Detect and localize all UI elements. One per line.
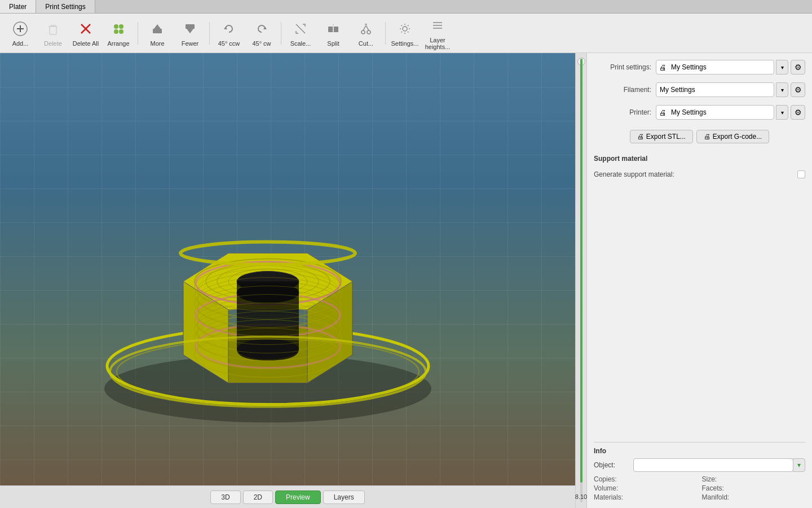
nut-3d-model — [70, 112, 465, 440]
printer-gear[interactable]: ⚙ — [791, 105, 805, 120]
svg-point-12 — [114, 29, 118, 34]
export-stl-icon: 🖨 — [637, 133, 644, 141]
printer-dropdown[interactable]: ▾ — [776, 105, 788, 120]
manifold-item: Manifold: — [702, 493, 806, 501]
svg-point-25 — [367, 30, 370, 34]
size-item: Size: — [702, 475, 806, 483]
settings-icon — [396, 20, 414, 38]
svg-line-20 — [296, 24, 305, 33]
svg-line-27 — [366, 25, 369, 30]
svg-rect-22 — [334, 27, 338, 32]
info-section: Info Object: ▾ Copies: Size: Volume — [594, 442, 805, 501]
svg-marker-17 — [187, 29, 193, 33]
sep1 — [138, 22, 138, 45]
svg-rect-21 — [328, 27, 333, 32]
settings-button[interactable]: Settings... — [389, 16, 421, 50]
tab-plater[interactable]: Plater — [0, 0, 36, 13]
svg-rect-3 — [50, 27, 56, 34]
arrange-button[interactable]: Arrange — [103, 16, 134, 50]
svg-point-53 — [237, 339, 299, 360]
fewer-button[interactable]: Fewer — [174, 16, 206, 50]
generate-support-checkbox[interactable] — [797, 170, 805, 178]
spacer — [594, 183, 805, 437]
view-layers-button[interactable]: Layers — [323, 491, 365, 504]
printer-row: Printer: 🖨 My Settings ▾ ⚙ — [594, 105, 805, 120]
arrange-icon — [109, 20, 127, 38]
print-settings-dropdown[interactable]: ▾ — [776, 60, 788, 75]
rotate-ccw-icon — [220, 20, 238, 38]
print-settings-gear[interactable]: ⚙ — [791, 60, 805, 75]
print-settings-row: Print settings: 🖨 My Settings ▾ ⚙ — [594, 60, 805, 75]
right-panel: Print settings: 🖨 My Settings ▾ ⚙ Filame… — [586, 53, 812, 508]
more-button[interactable]: More — [142, 16, 173, 50]
filament-row: Filament: My Settings ▾ ⚙ — [594, 82, 805, 97]
layer-heights-icon — [429, 16, 447, 34]
svg-point-11 — [119, 24, 123, 29]
svg-rect-14 — [153, 29, 162, 33]
sep3 — [281, 22, 281, 45]
sep4 — [385, 22, 386, 45]
fewer-icon — [181, 20, 199, 38]
slider-fill — [580, 59, 582, 483]
delete-all-button[interactable]: Delete All — [70, 16, 102, 50]
svg-rect-16 — [186, 24, 195, 29]
delete-icon — [44, 20, 62, 38]
print-settings-label: Print settings: — [594, 63, 656, 71]
svg-point-13 — [119, 29, 123, 34]
scale-icon — [292, 20, 310, 38]
tab-print-settings[interactable]: Print Settings — [36, 0, 95, 13]
slider-value: 8.10 — [575, 493, 587, 500]
print-settings-select-wrap: 🖨 My Settings ▾ ⚙ — [656, 60, 805, 75]
view-buttons: 3D 2D Preview Layers — [0, 485, 575, 508]
info-object-row: Object: ▾ — [594, 458, 805, 472]
viewport-canvas[interactable] — [0, 53, 575, 485]
export-stl-button[interactable]: 🖨 Export STL... — [630, 130, 693, 143]
view-preview-button[interactable]: Preview — [275, 491, 321, 504]
rotate-ccw-button[interactable]: 45° ccw — [213, 16, 245, 50]
scale-button[interactable]: Scale... — [285, 16, 316, 50]
filament-select[interactable]: My Settings — [656, 82, 774, 97]
toolbar: Add... Delete Delete All Arrange M — [0, 14, 812, 53]
delete-button[interactable]: Delete — [37, 16, 69, 50]
more-icon — [148, 20, 166, 38]
filament-dropdown[interactable]: ▾ — [776, 82, 788, 97]
svg-marker-15 — [154, 24, 161, 29]
add-icon — [11, 20, 29, 38]
svg-point-10 — [114, 24, 118, 29]
facets-item: Facets: — [702, 484, 806, 492]
svg-point-24 — [361, 30, 365, 34]
split-icon — [324, 20, 342, 38]
export-row: 🖨 Export STL... 🖨 Export G-code... — [594, 130, 805, 143]
add-button[interactable]: Add... — [5, 16, 36, 50]
printer-select[interactable]: My Settings — [656, 105, 774, 120]
delete-all-icon — [77, 20, 95, 38]
generate-support-label: Generate support material: — [594, 170, 674, 178]
volume-item: Volume: — [594, 484, 698, 492]
rotate-cw-icon — [253, 20, 271, 38]
tab-bar: Plater Print Settings — [0, 0, 812, 14]
object-dropdown[interactable]: ▾ — [793, 458, 805, 472]
support-material-section: Support material — [594, 155, 805, 163]
sep2 — [209, 22, 210, 45]
cut-icon — [357, 20, 375, 38]
layer-heights-button[interactable]: Layer heights... — [422, 16, 453, 50]
viewport-area[interactable]: 3D 2D Preview Layers — [0, 53, 575, 508]
print-settings-select[interactable]: My Settings — [656, 60, 774, 75]
rotate-cw-button[interactable]: 45° cw — [246, 16, 277, 50]
info-grid: Copies: Size: Volume: Facets: Materials: — [594, 475, 805, 501]
export-gcode-icon: 🖨 — [704, 133, 710, 141]
printer-select-wrap: 🖨 My Settings ▾ ⚙ — [656, 105, 805, 120]
filament-select-wrap: My Settings ▾ ⚙ — [656, 82, 805, 97]
object-label: Object: — [594, 461, 633, 469]
object-select[interactable] — [633, 458, 793, 472]
printer-label: Printer: — [594, 108, 656, 116]
vertical-slider[interactable]: 8.10 — [575, 53, 586, 508]
cut-button[interactable]: Cut... — [350, 16, 382, 50]
split-button[interactable]: Split — [317, 16, 349, 50]
view-3d-button[interactable]: 3D — [210, 491, 240, 504]
filament-gear[interactable]: ⚙ — [791, 82, 805, 97]
svg-point-29 — [403, 27, 407, 31]
export-gcode-button[interactable]: 🖨 Export G-code... — [696, 130, 769, 143]
view-2d-button[interactable]: 2D — [243, 491, 273, 504]
main-layout: 3D 2D Preview Layers 8.10 Print settings… — [0, 53, 812, 508]
